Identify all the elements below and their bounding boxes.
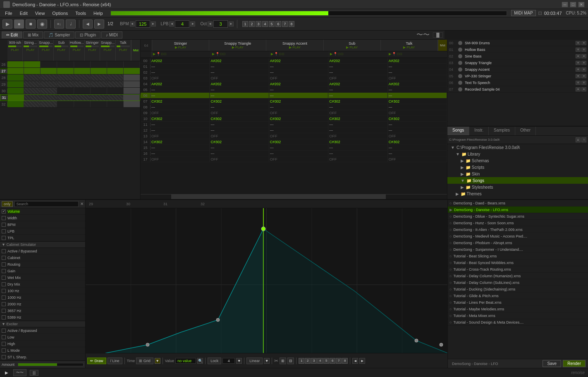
lfo-checkbox-11[interactable]: [2, 282, 6, 286]
lfo-checkbox-21[interactable]: [2, 348, 6, 353]
pch-sub-play[interactable]: ▶ PLAY: [346, 46, 358, 49]
track-7[interactable]: 7: [282, 21, 288, 27]
tab-midi[interactable]: ♪ MIDI: [101, 31, 122, 38]
cell-27-6[interactable]: [91, 68, 107, 74]
track-1[interactable]: 1: [242, 21, 248, 27]
pcell-16-1[interactable]: ---: [210, 151, 269, 156]
lock-dropdown[interactable]: ▼: [236, 358, 242, 364]
pcell-1-3[interactable]: ---: [328, 64, 387, 69]
track-btn-2[interactable]: 2: [305, 358, 311, 364]
cell-30-5[interactable]: [74, 88, 91, 94]
linear-btn[interactable]: Linear: [246, 358, 263, 364]
song-item-0[interactable]: ○DemoSong - Daed - Bears.xrns: [448, 200, 588, 207]
song-item-10[interactable]: ○Tutorial - Cross-Track Routing.xrns: [448, 266, 588, 273]
menu-options[interactable]: Options: [49, 10, 71, 17]
track-4[interactable]: 4: [262, 21, 268, 27]
inst-btn-solo-0[interactable]: =: [581, 41, 586, 45]
lfo-checkbox-18[interactable]: [2, 329, 6, 333]
pcell-9-4[interactable]: OFF: [388, 110, 447, 115]
cell-29-4[interactable]: [57, 81, 74, 87]
tree-item-0[interactable]: ▼📁 Library: [447, 151, 588, 157]
song-item-9[interactable]: ○Tutorial - Beat Synced Wobbles.xrns: [448, 259, 588, 266]
track-btn-8[interactable]: 8: [342, 358, 348, 364]
lfo-param-3[interactable]: LPB: [0, 228, 85, 235]
lfo-checkbox-1[interactable]: [2, 216, 6, 220]
pcell-10-3[interactable]: C#302: [328, 116, 387, 121]
pcell-0-4[interactable]: A#202: [388, 58, 447, 63]
cell-26-1[interactable]: [7, 61, 24, 67]
pcell-8-3[interactable]: ---: [328, 104, 387, 110]
instrument-row-7[interactable]: 07 Recorded Sample 04 = =: [447, 86, 588, 93]
cell-27-2[interactable]: [24, 68, 41, 74]
grid-btn[interactable]: ⊞ Grid: [136, 358, 153, 364]
lfo-checkbox-20[interactable]: [2, 342, 6, 346]
cell-29-5[interactable]: [74, 81, 91, 87]
oct-increase[interactable]: ►: [229, 22, 234, 26]
lfo-param-13[interactable]: 1000 Hz: [0, 294, 85, 301]
cell-26-8[interactable]: [124, 61, 140, 67]
browser-home-btn[interactable]: ⌂: [576, 137, 581, 142]
spectrum-icon[interactable]: ▐▌: [433, 32, 443, 38]
pcell-12-0[interactable]: ---: [151, 127, 210, 133]
lfo-param-11[interactable]: Dry Mix: [0, 281, 85, 288]
track-8[interactable]: 8: [289, 21, 294, 27]
track-6[interactable]: 6: [275, 21, 281, 27]
pcell-9-2[interactable]: OFF: [269, 110, 328, 115]
pcell-12-1[interactable]: ---: [210, 127, 269, 133]
song-item-3[interactable]: ○DemoSong - Hunz - Soon Soon.xrns: [448, 220, 588, 226]
pcell-2-2[interactable]: ---: [269, 70, 328, 75]
menu-help[interactable]: Help: [90, 10, 106, 17]
pcell-8-2[interactable]: ---: [269, 104, 328, 110]
cell-28-6[interactable]: [91, 74, 107, 81]
cell-27-7[interactable]: [107, 68, 124, 74]
lock-btn[interactable]: Lock: [208, 358, 221, 364]
pcell-16-2[interactable]: ---: [269, 151, 328, 156]
lfo-control-pt-5[interactable]: [440, 343, 443, 346]
pcell-13-2[interactable]: OFF: [269, 133, 328, 139]
inst-btn-mute-1[interactable]: =: [576, 48, 581, 52]
minimize-button[interactable]: ─: [562, 2, 568, 7]
pcell-4-0[interactable]: A#202: [151, 81, 210, 86]
pcell-4-3[interactable]: A#202: [328, 81, 387, 86]
inst-btn-mute-7[interactable]: =: [576, 87, 581, 91]
instrument-row-1[interactable]: 01 Hollow Bass = =: [447, 46, 588, 53]
scissors-icon[interactable]: ✂: [274, 358, 278, 364]
pcell-3-2[interactable]: OFF: [269, 75, 328, 81]
oct-decrease[interactable]: ◄: [208, 22, 213, 26]
pcell-16-0[interactable]: ---: [151, 151, 210, 156]
pch-snappy-acc-play[interactable]: ▶ PLAY: [289, 46, 301, 49]
song-item-2[interactable]: ○DemoSong - Dblue - Syntechtic Sugar.xrn…: [448, 213, 588, 220]
pcell-14-0[interactable]: C#302: [151, 139, 210, 144]
ch-play-stringer[interactable]: PLAY: [88, 48, 96, 52]
cell-31-7[interactable]: [107, 95, 123, 101]
pcell-10-1[interactable]: C#302: [210, 116, 269, 121]
pcell-10-0[interactable]: C#302: [151, 116, 210, 121]
tab-edit[interactable]: ✏ Edit: [2, 31, 22, 38]
pcell-10-2[interactable]: C#302: [269, 116, 328, 121]
cell-28-8[interactable]: [124, 74, 140, 81]
tree-item-6[interactable]: ▶📁 Themes: [447, 190, 588, 197]
browser-tab-songs[interactable]: Songs: [447, 127, 469, 135]
cell-30-8[interactable]: [124, 88, 140, 94]
pcell-7-1[interactable]: C#302: [210, 98, 269, 104]
pcell-14-1[interactable]: C#302: [210, 139, 269, 144]
tree-item-5[interactable]: ▶📁 Stylesheets: [447, 184, 588, 190]
pcell-16-4[interactable]: ---: [388, 151, 447, 156]
track-btn-1[interactable]: 1: [299, 358, 304, 364]
lfo-param-4[interactable]: TPL: [0, 235, 85, 241]
lfo-control-pt-1[interactable]: [146, 343, 149, 346]
prev-pattern[interactable]: ◄: [83, 19, 93, 29]
lfo-checkbox-19[interactable]: [2, 335, 6, 339]
tree-root[interactable]: ▼C:\Program Files\Renoise 3.0.0a9\: [447, 144, 588, 151]
pch-snappy-tri-play[interactable]: ▶ PLAY: [232, 46, 244, 49]
cell-26-5[interactable]: [74, 61, 91, 67]
grid-dropdown[interactable]: ▼: [155, 358, 160, 364]
song-item-13[interactable]: ○Tutorial - Ducking (Sidechaining).xrns: [448, 286, 588, 293]
cell-27-3[interactable]: [41, 68, 57, 74]
pcell-16-3[interactable]: ---: [328, 151, 387, 156]
pcell-10-4[interactable]: C#302: [388, 116, 447, 121]
browser-tab-other[interactable]: Other: [515, 127, 536, 135]
instrument-row-4[interactable]: 04 Snappy Accent = =: [447, 66, 588, 73]
song-item-4[interactable]: ○DemoSong - It-Alien - ThePath 2.009.xrn…: [448, 226, 588, 233]
lfo-checkbox-2[interactable]: [2, 223, 6, 227]
